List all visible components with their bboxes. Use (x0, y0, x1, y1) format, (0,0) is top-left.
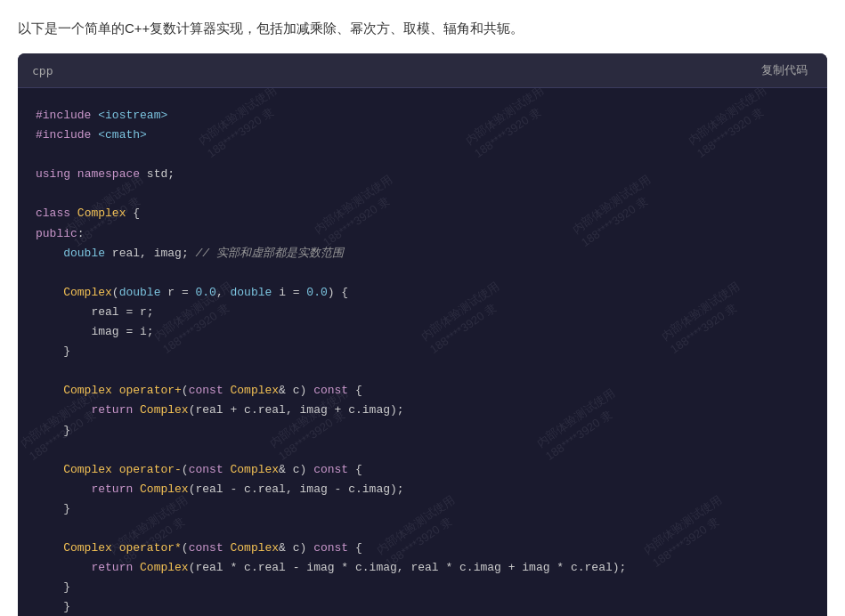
code-block: cpp 复制代码 #include <iostream> #include <c… (18, 53, 827, 616)
code-area: #include <iostream> #include <cmath> usi… (18, 88, 827, 616)
code-lang: cpp (32, 64, 53, 77)
code-content: #include <iostream> #include <cmath> usi… (36, 106, 809, 616)
intro-text: 以下是一个简单的C++复数计算器实现，包括加减乘除、幂次方、取模、辐角和共轭。 (18, 18, 827, 39)
copy-button[interactable]: 复制代码 (756, 61, 813, 80)
code-header: cpp 复制代码 (18, 53, 827, 88)
